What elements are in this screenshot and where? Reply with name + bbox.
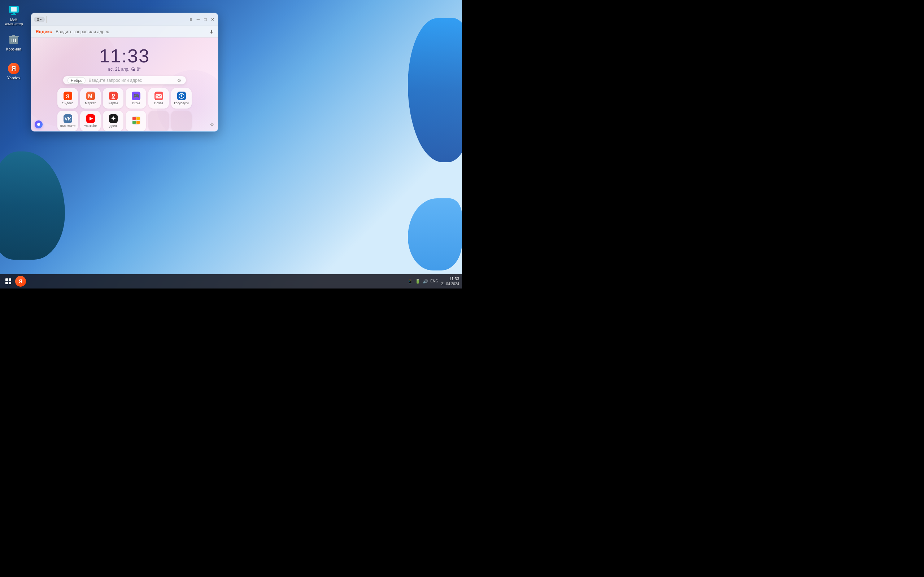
yandex-shortcut-icon: Я — [63, 92, 72, 100]
svg-text:M: M — [88, 93, 92, 99]
svg-rect-6 — [13, 39, 14, 42]
browser-content: 11:33 вс, 21 апр. 🌤 8° Нейро Введите зап… — [31, 37, 218, 131]
taskbar-system-icons: 📱 🔋 🔊 ENG — [407, 279, 438, 284]
vk-shortcut-icon: VK — [63, 114, 72, 123]
close-button[interactable]: ✕ — [210, 17, 215, 22]
yandex-icon-label: Yandex — [7, 76, 21, 80]
taskbar-clock: 11:33 — [441, 276, 459, 281]
computer-icon — [8, 6, 19, 16]
taskbar-time-area: 11:33 21.04.2024 — [441, 276, 459, 286]
shortcut-youtube[interactable]: YouTube — [80, 111, 101, 131]
taskbar-battery-icon: 🔋 — [415, 279, 420, 284]
desktop-icon-computer[interactable]: Мой компьютер — [3, 3, 24, 27]
svg-rect-18 — [155, 94, 162, 98]
neuro-tag[interactable]: Нейро — [68, 77, 86, 84]
tab-number[interactable]: 0 ▾ — [34, 16, 45, 23]
tab-divider — [46, 16, 47, 23]
taskbar-touch-icon: 📱 — [407, 279, 413, 284]
svg-rect-3 — [11, 14, 16, 15]
window-controls: ≡ ─ □ ✕ — [188, 17, 215, 22]
yandex-logo: Яндекс — [36, 29, 52, 34]
shortcut-empty-1 — [149, 111, 169, 131]
yandex-shortcut-label: Яндекс — [62, 102, 73, 105]
mail-shortcut-icon — [155, 92, 163, 100]
mini-icon-3 — [132, 121, 136, 124]
desktop: Мой компьютер Корзина Я Yandex 0 — [0, 0, 462, 288]
search-settings-icon[interactable]: ⚙ — [177, 77, 181, 83]
games-shortcut-icon: 🎮 — [132, 92, 141, 100]
clock-date: вс, 21 апр. 🌤 8° — [99, 67, 150, 72]
market-shortcut-label: Маркет — [85, 102, 96, 105]
shortcut-multi[interactable] — [126, 111, 146, 131]
alice-icon — [37, 123, 40, 126]
svg-rect-8 — [9, 36, 19, 37]
taskbar: Я 📱 🔋 🔊 ENG 11:33 21.04.2024 — [0, 274, 462, 288]
browser-titlebar: 0 ▾ ≡ ─ □ ✕ — [31, 13, 218, 26]
market-shortcut-icon: M — [86, 92, 95, 100]
maps-shortcut-label: Карты — [109, 102, 118, 105]
svg-rect-2 — [13, 13, 15, 14]
taskbar-yandex-button[interactable]: Я — [15, 276, 26, 287]
svg-text:VK: VK — [65, 116, 71, 121]
svg-point-21 — [181, 95, 182, 97]
computer-icon-label: Мой компьютер — [5, 18, 23, 26]
shortcut-maps[interactable]: Карты — [103, 88, 123, 108]
shortcut-vk[interactable]: VK ВКонтакте — [57, 111, 78, 131]
desktop-icon-trash[interactable]: Корзина — [3, 32, 24, 53]
browser-window: 0 ▾ ≡ ─ □ ✕ Яндекс ⬇ 11:33 — [31, 13, 218, 132]
taskbar-right: 📱 🔋 🔊 ENG 11:33 21.04.2024 — [407, 276, 459, 286]
shortcut-games[interactable]: 🎮 Игры — [126, 88, 146, 108]
svg-rect-7 — [15, 39, 16, 42]
shortcut-mail[interactable]: Почта — [149, 88, 169, 108]
maximize-button[interactable]: □ — [203, 17, 208, 22]
wave-decoration-left — [0, 152, 65, 259]
desktop-icon-yandex[interactable]: Я Yandex — [3, 61, 24, 82]
wave-decoration-bottom-right — [408, 198, 462, 271]
mail-shortcut-label: Почта — [154, 102, 163, 105]
svg-text:🎮: 🎮 — [133, 93, 140, 99]
shortcuts-grid: Я Яндекс M Маркет — [57, 88, 192, 131]
dzen-shortcut-label: Дзен — [109, 124, 116, 128]
download-icon[interactable]: ⬇ — [209, 29, 214, 35]
gosuslugi-shortcut-icon — [177, 92, 186, 100]
taskbar-lang[interactable]: ENG — [430, 279, 438, 283]
trash-icon — [9, 34, 19, 45]
svg-point-14 — [113, 95, 114, 96]
games-shortcut-label: Игры — [132, 102, 140, 105]
tab-area: 0 ▾ — [34, 16, 186, 23]
mini-icon-1 — [132, 117, 136, 120]
svg-rect-9 — [12, 35, 15, 36]
trash-icon-label: Корзина — [6, 47, 21, 51]
maps-shortcut-icon — [109, 92, 118, 100]
youtube-shortcut-label: YouTube — [84, 124, 97, 128]
browser-settings-button[interactable]: ⚙ — [210, 121, 215, 127]
svg-rect-1 — [11, 7, 16, 11]
shortcut-dzen[interactable]: Дзен — [103, 111, 123, 131]
shortcut-gosuslugi[interactable]: Госуслуги — [171, 88, 192, 108]
youtube-shortcut-icon — [86, 114, 95, 123]
shortcut-market[interactable]: M Маркет — [80, 88, 101, 108]
menu-button[interactable]: ≡ — [188, 17, 194, 22]
minimize-button[interactable]: ─ — [195, 17, 201, 22]
clock-display: 11:33 вс, 21 апр. 🌤 8° — [99, 47, 150, 72]
mini-icon-4 — [136, 121, 140, 124]
multi-shortcut-icon — [132, 116, 141, 125]
address-bar-input[interactable] — [56, 29, 206, 34]
svg-rect-5 — [11, 39, 12, 42]
yandex-desktop-logo: Я — [11, 65, 16, 73]
clock-time: 11:33 — [99, 47, 150, 65]
browser-search-bar[interactable]: Нейро Введите запрос или адрес ⚙ — [63, 76, 186, 84]
alice-button[interactable] — [35, 121, 43, 128]
shortcut-empty-2 — [171, 111, 192, 131]
mini-icon-2 — [136, 117, 140, 120]
dzen-shortcut-icon — [109, 114, 118, 123]
browser-addressbar: Яндекс ⬇ — [31, 26, 218, 37]
wave-decoration-right — [408, 18, 462, 162]
start-icon — [5, 279, 11, 284]
shortcut-yandex[interactable]: Я Яндекс — [57, 88, 78, 108]
search-placeholder-text: Введите запрос или адрес — [89, 78, 174, 83]
taskbar-wifi-icon: 🔊 — [423, 279, 428, 284]
gosuslugi-shortcut-label: Госуслуги — [174, 102, 189, 105]
start-button[interactable] — [3, 276, 14, 287]
taskbar-date: 21.04.2024 — [441, 282, 459, 286]
